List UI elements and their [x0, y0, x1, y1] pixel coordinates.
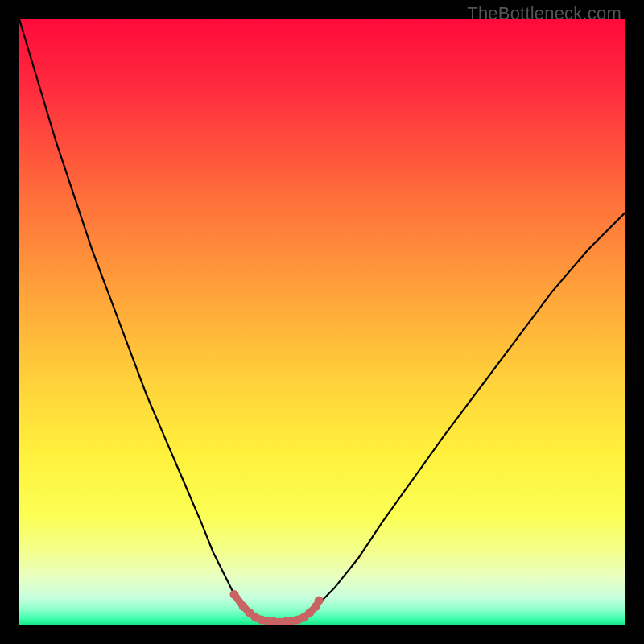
watermark-text: TheBottleneck.com: [467, 3, 621, 24]
chart-frame: TheBottleneck.com: [0, 0, 644, 644]
valley-dot: [229, 590, 238, 599]
plot-area: [19, 19, 625, 625]
valley-dot: [315, 596, 324, 605]
bottleneck-curve: [19, 19, 625, 625]
